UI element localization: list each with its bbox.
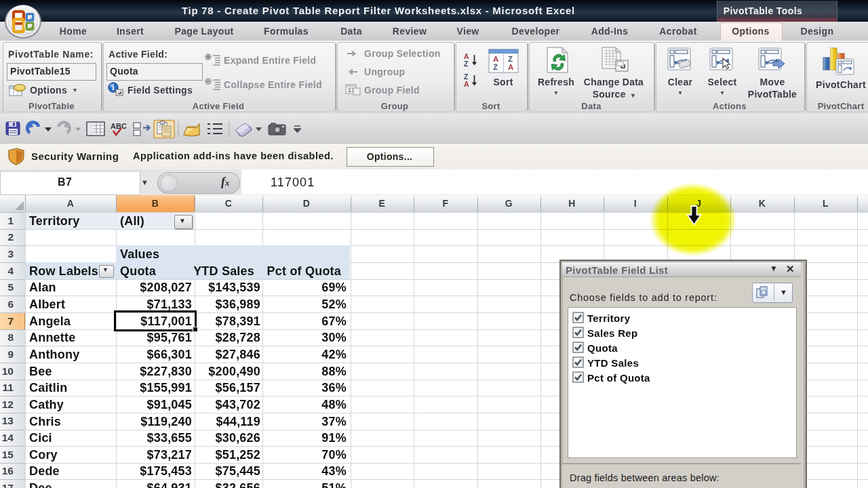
svg-text:Z: Z (508, 55, 513, 63)
svg-text:A: A (508, 63, 513, 71)
svg-text:A: A (493, 55, 498, 63)
svg-text:A: A (464, 80, 469, 88)
svg-text:Z: Z (464, 60, 469, 68)
svg-text:ABC: ABC (111, 122, 127, 130)
svg-text:Z: Z (493, 63, 498, 71)
